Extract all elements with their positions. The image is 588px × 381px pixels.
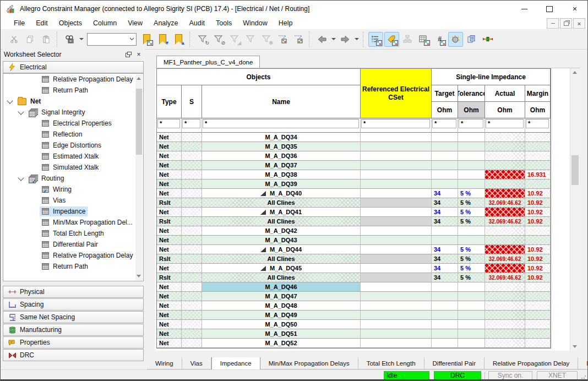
cell-margin[interactable] (525, 301, 551, 311)
header-col-target[interactable]: Target (432, 85, 458, 102)
cell-margin[interactable]: 16.931 (525, 170, 551, 179)
document-tab[interactable]: MF1_Panther_plus_C_v4_done (156, 56, 260, 68)
cell-referenced-cset[interactable] (361, 170, 432, 179)
cell-target[interactable]: 34 (432, 217, 458, 226)
menu-tools[interactable]: Tools (210, 18, 237, 28)
cell-margin[interactable] (525, 133, 551, 142)
cell-s[interactable] (182, 292, 202, 301)
filter-cell[interactable]: * (182, 118, 202, 133)
tab-impedance[interactable]: Impedance (211, 357, 260, 369)
table-scrollbar[interactable] (570, 68, 580, 351)
tree-item-net[interactable]: Net (3, 96, 143, 107)
cell-s[interactable] (182, 170, 202, 179)
cell-referenced-cset[interactable] (361, 301, 432, 311)
cell-tolerance[interactable] (458, 170, 485, 179)
cell-name[interactable]: M_A_DQ50 (202, 320, 361, 329)
cell-margin[interactable]: 10.92 (525, 264, 551, 273)
cell-tolerance[interactable] (458, 179, 485, 189)
cell-type[interactable]: Net (157, 170, 182, 179)
mdi-minimize-button[interactable] (547, 18, 559, 29)
cell-tolerance[interactable] (458, 292, 485, 301)
cell-name[interactable]: M_A_DQ36 (202, 151, 361, 161)
cell-name[interactable]: M_A_DQ52 (202, 339, 361, 348)
cell-target[interactable]: 34 (432, 208, 458, 217)
cell-actual[interactable]: 32.069:46.62 (485, 254, 525, 264)
cell-actual[interactable] (485, 320, 525, 329)
cell-tolerance[interactable] (458, 226, 485, 236)
cell-name[interactable]: M_A_DQ38 (202, 170, 361, 179)
cell-tolerance[interactable] (458, 339, 485, 348)
cell-referenced-cset[interactable] (361, 198, 432, 208)
cell-actual[interactable] (485, 329, 525, 339)
cell-actual[interactable]: 32.069:46.62 (485, 217, 525, 226)
cell-referenced-cset[interactable] (361, 151, 432, 161)
cell-target[interactable]: 34 (432, 245, 458, 254)
cell-target[interactable] (432, 236, 458, 245)
cell-name[interactable]: All Clines (202, 198, 361, 208)
filter-cell[interactable]: * (202, 118, 361, 133)
cell-type[interactable]: Net (157, 245, 182, 254)
cell-margin[interactable] (525, 142, 551, 151)
cell-margin[interactable] (525, 311, 551, 320)
cell-name[interactable]: M_A_DQ42 (202, 226, 361, 236)
close-button[interactable]: × (562, 1, 587, 17)
tree-item-wiring[interactable]: ✓Wiring (3, 184, 143, 195)
cell-type[interactable]: Net (157, 161, 182, 170)
expand-triangle-icon[interactable] (260, 247, 266, 252)
cell-s[interactable] (182, 339, 202, 348)
cell-referenced-cset[interactable] (361, 189, 432, 198)
menu-edit[interactable]: Edit (30, 18, 53, 28)
tab-wiring[interactable]: Wiring (147, 357, 182, 369)
filter-input[interactable]: * (432, 119, 456, 128)
cell-name[interactable]: M_A_DQ39 (202, 179, 361, 189)
header-col-s[interactable]: S (182, 85, 202, 118)
section-drc[interactable]: DRC (3, 349, 144, 361)
cell-referenced-cset[interactable] (361, 142, 432, 151)
filter-cell[interactable]: * (157, 118, 182, 133)
filter-cell[interactable]: * (525, 118, 551, 133)
cell-referenced-cset[interactable] (361, 320, 432, 329)
filter-input[interactable]: * (157, 119, 180, 128)
cell-target[interactable] (432, 320, 458, 329)
cell-referenced-cset[interactable] (361, 245, 432, 254)
cell-actual[interactable]: 32.069:46.62 (485, 273, 525, 282)
cell-tolerance[interactable]: 5 % (458, 264, 485, 273)
cell-margin[interactable]: 10.92 (525, 273, 551, 282)
cell-margin[interactable]: 10.92 (525, 189, 551, 198)
cell-actual[interactable] (485, 264, 525, 273)
header-col-actual[interactable]: Actual (485, 85, 525, 102)
chevron-down-icon[interactable] (7, 97, 13, 104)
cell-tolerance[interactable] (458, 161, 485, 170)
filter-clear-icon[interactable]: ⊘ (211, 32, 226, 47)
cell-referenced-cset[interactable] (361, 133, 432, 142)
header-col-margin[interactable]: Margin (525, 85, 551, 102)
menu-file[interactable]: File (8, 18, 30, 28)
cell-s[interactable] (182, 301, 202, 311)
tab-differential-pair[interactable]: Differential Pair (424, 357, 484, 369)
tree-item-return-path[interactable]: Return Path (3, 261, 143, 272)
cell-s[interactable] (182, 236, 202, 245)
cell-target[interactable] (432, 311, 458, 320)
cell-tolerance[interactable]: 5 % (458, 245, 485, 254)
cell-type[interactable]: Net (157, 301, 182, 311)
cell-target[interactable]: 34 (432, 273, 458, 282)
cell-type[interactable]: Rslt (157, 217, 182, 226)
section-spacing[interactable]: Spacing (3, 298, 144, 311)
cell-s[interactable] (182, 133, 202, 142)
cell-name[interactable]: M_A_DQ47 (202, 292, 361, 301)
filter-cell[interactable]: * (458, 118, 485, 133)
back-icon[interactable] (314, 32, 329, 47)
tree-item-estimated-xtalk[interactable]: Estimated Xtalk (3, 151, 143, 162)
expand-triangle-icon[interactable] (260, 210, 266, 215)
cell-tolerance[interactable] (458, 282, 485, 292)
cell-actual[interactable] (485, 282, 525, 292)
filter-table-icon[interactable] (275, 32, 290, 47)
cell-name[interactable]: M_A_DQ51 (202, 329, 361, 339)
filter-input[interactable]: * (459, 119, 483, 128)
tree-item-differential-pair[interactable]: Differential Pair (3, 239, 143, 250)
section-manufacturing[interactable]: Manufacturing (3, 324, 144, 336)
cell-margin[interactable]: 10.92 (525, 254, 551, 264)
tab-return-path[interactable]: Return Path (578, 357, 588, 369)
filter-cell[interactable]: * (361, 118, 432, 133)
cell-type[interactable]: Net (157, 179, 182, 189)
